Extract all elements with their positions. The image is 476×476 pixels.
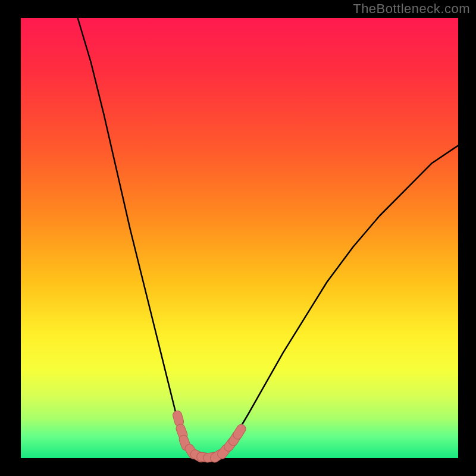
- bottleneck-chart: [0, 0, 476, 476]
- gradient-background: [21, 18, 458, 458]
- outer-frame: TheBottleneck.com: [0, 0, 476, 476]
